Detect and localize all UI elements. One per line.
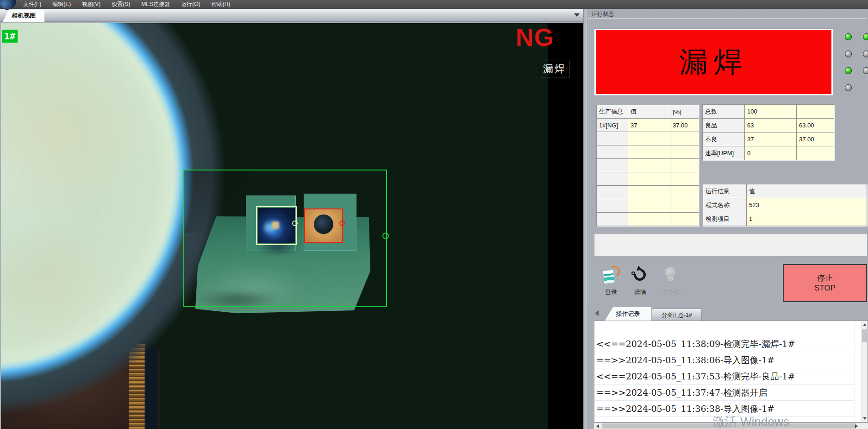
- table-cell: [597, 199, 628, 212]
- scrollbar-thumb[interactable]: [862, 329, 867, 342]
- roi-rectangle: [183, 170, 387, 307]
- login-badge-icon: [602, 266, 620, 285]
- led-indicator: [863, 50, 868, 57]
- scroll-left-icon[interactable]: [596, 424, 599, 428]
- led-light-button[interactable]: LED 灯: [657, 266, 685, 297]
- table-cell: [628, 199, 670, 212]
- table-cell: 63.00: [797, 119, 834, 132]
- tab-scroll-left-icon[interactable]: [595, 310, 599, 316]
- scroll-up-icon[interactable]: [863, 323, 867, 326]
- menu-run[interactable]: 运行(O): [175, 0, 206, 9]
- camera-view: 1# NG 漏焊: [1, 23, 583, 429]
- message-box[interactable]: [594, 233, 867, 256]
- run-info-table: 运行信息 值 程式名称 523 检测项目 1: [703, 184, 867, 226]
- table-cell: [628, 172, 670, 185]
- camera-tab-strip: [0, 9, 584, 22]
- production-info-table: 生产信息 值 [%] 1#[NG] 37 37.00: [596, 105, 699, 226]
- table-cell: [670, 172, 699, 185]
- led-indicator: [863, 67, 868, 74]
- login-button-label: 登录: [605, 288, 617, 297]
- app-window: 文件(F) 编辑(E) 视图(V) 设置(S) MES连接器 运行(O) 帮助(…: [0, 0, 868, 429]
- table-cell: [597, 132, 628, 145]
- menu-file[interactable]: 文件(F): [18, 0, 47, 9]
- menu-settings[interactable]: 设置(S): [106, 0, 136, 9]
- run-status-panel: 运行状态 漏焊 生产信息 值 [%] 1#[NG] 37 37.00: [587, 9, 868, 429]
- led-light-button-label: LED 灯: [661, 288, 681, 297]
- table-cell: [628, 159, 670, 172]
- windows-activation-watermark: 激活 Windows: [713, 414, 789, 429]
- menu-view[interactable]: 视图(V): [76, 0, 106, 9]
- table-cell: [628, 213, 670, 226]
- panel-title: 运行状态: [592, 10, 614, 18]
- camera-letterbox: [548, 23, 583, 429]
- led-indicator: [845, 67, 852, 74]
- log-vertical-scrollbar[interactable]: [861, 321, 868, 422]
- menu-bar: 文件(F) 编辑(E) 视图(V) 设置(S) MES连接器 运行(O) 帮助(…: [0, 0, 868, 9]
- table-cell: 1#[NG]: [597, 119, 628, 132]
- roi-notch: [382, 233, 389, 239]
- row-label: 良品: [703, 119, 744, 132]
- table-cell: [670, 199, 699, 212]
- chevron-down-icon[interactable]: [574, 13, 580, 17]
- table-cell: 1: [747, 212, 867, 226]
- table-cell: [670, 159, 699, 172]
- table-cell: [628, 132, 670, 145]
- row-label: 程式名称: [703, 198, 746, 212]
- stop-button[interactable]: 停止 STOP: [783, 264, 867, 302]
- table-cell: 37.00: [797, 132, 834, 146]
- menu-help[interactable]: 帮助(H): [206, 0, 236, 9]
- table-cell: [597, 159, 628, 172]
- table-cell: 37: [745, 132, 796, 146]
- operation-log-list: <<==2024-05-05_11:38:09-检测完毕-漏焊-1# ==>>2…: [594, 321, 868, 423]
- column-header: 生产信息: [597, 105, 628, 118]
- panel-divider[interactable]: [583, 9, 587, 429]
- log-entry[interactable]: <<==2024-05-05_11:37:53-检测完毕-良品-1#: [594, 368, 854, 385]
- menu-edit[interactable]: 编辑(E): [47, 0, 76, 9]
- defect-label: 漏焊: [540, 61, 569, 77]
- scroll-right-icon[interactable]: [855, 424, 858, 428]
- camera-id-badge: 1#: [2, 30, 18, 43]
- status-banner: 漏焊: [596, 30, 831, 94]
- scroll-down-icon[interactable]: [863, 417, 867, 420]
- row-label: 检测项目: [703, 212, 746, 226]
- table-cell: 100: [745, 105, 796, 118]
- tab-category-summary[interactable]: 分类汇总-1#: [652, 309, 702, 321]
- column-header: 值: [747, 184, 867, 198]
- table-cell: [628, 145, 670, 158]
- table-cell: 523: [747, 198, 867, 212]
- clear-button[interactable]: 清除: [628, 266, 652, 297]
- log-entry[interactable]: ==>>2024-05-05_11:38:06-导入图像-1#: [594, 352, 854, 368]
- table-cell: [628, 186, 670, 199]
- clear-button-label: 清除: [634, 288, 646, 297]
- totals-table: 总数 100 良品 63 63.00 不良 37 37.00 速率[UPM] 0: [702, 104, 834, 160]
- log-column-divider: [855, 321, 855, 422]
- table-cell: 63: [745, 119, 796, 132]
- table-cell: 0: [745, 146, 796, 160]
- table-cell: [670, 186, 699, 199]
- log-entry[interactable]: <<==2024-05-05_11:38:09-检测完毕-漏焊-1#: [594, 336, 854, 352]
- tab-operation-log[interactable]: 操作记录: [605, 307, 651, 321]
- table-cell: [670, 132, 699, 145]
- column-header: 值: [628, 105, 670, 118]
- result-ng-label: NG: [516, 24, 554, 50]
- stop-button-label-cn: 停止: [817, 273, 833, 283]
- login-button[interactable]: 登录: [598, 266, 624, 297]
- row-label: 总数: [703, 105, 744, 118]
- row-label: 不良: [703, 132, 744, 146]
- column-header: 运行信息: [703, 184, 746, 198]
- table-cell: [597, 213, 628, 226]
- log-entry[interactable]: ==>>2024-05-05_11:37:47-检测器开启: [594, 385, 854, 401]
- led-indicator: [845, 84, 852, 91]
- menu-mes-connector[interactable]: MES连接器: [136, 0, 175, 9]
- led-indicator: [845, 33, 852, 40]
- led-indicator: [845, 50, 852, 57]
- tab-camera-view[interactable]: 相机视图: [3, 10, 44, 22]
- row-label: 速率[UPM]: [703, 146, 744, 160]
- copper-strip-edge: [145, 347, 158, 429]
- table-cell: [670, 145, 699, 158]
- led-indicator: [863, 33, 868, 40]
- table-cell: [797, 146, 834, 160]
- table-cell: [597, 186, 628, 199]
- column-header: [%]: [670, 105, 699, 118]
- table-cell: [597, 172, 628, 185]
